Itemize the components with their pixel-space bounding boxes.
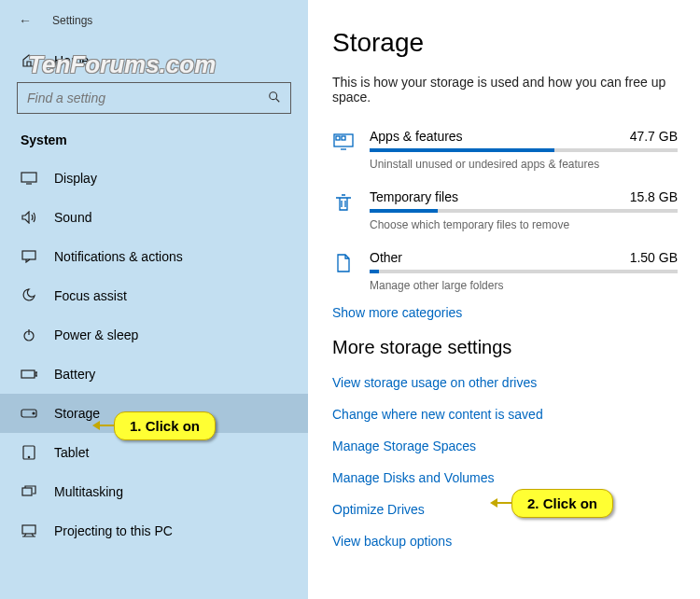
svg-rect-2: [21, 173, 36, 182]
storage-bar: [370, 209, 678, 213]
multitasking-icon: [21, 483, 37, 500]
sidebar-item-label: Projecting to this PC: [54, 523, 173, 538]
sidebar-home[interactable]: Home: [0, 43, 308, 78]
storage-size: 15.8 GB: [630, 189, 678, 204]
projecting-icon: [21, 522, 37, 539]
titlebar: ← Settings: [0, 9, 308, 43]
show-more-categories-link[interactable]: Show more categories: [332, 305, 678, 320]
link-view-storage-other-drives[interactable]: View storage usage on other drives: [332, 375, 678, 390]
page-title: Storage: [332, 28, 678, 58]
sidebar-item-label: Focus assist: [54, 288, 127, 303]
back-button[interactable]: ←: [19, 13, 32, 28]
main-pane: Storage This is how your storage is used…: [308, 0, 700, 599]
sidebar-item-multitasking[interactable]: Multitasking: [0, 472, 308, 511]
svg-rect-4: [22, 251, 35, 259]
link-view-backup-options[interactable]: View backup options: [332, 534, 678, 549]
svg-point-10: [33, 412, 35, 414]
svg-line-1: [276, 98, 280, 102]
sidebar-item-focus-assist[interactable]: Focus assist: [0, 276, 308, 315]
storage-desc: Manage other large folders: [370, 279, 678, 292]
sidebar-item-label: Storage: [54, 406, 100, 421]
svg-rect-16: [336, 136, 340, 140]
sidebar-item-label: Multitasking: [54, 484, 123, 499]
sidebar-item-power-sleep[interactable]: Power & sleep: [0, 315, 308, 355]
sidebar-item-label: Sound: [54, 210, 91, 225]
link-manage-storage-spaces[interactable]: Manage Storage Spaces: [332, 439, 678, 453]
callout-arrow-2: [493, 502, 511, 504]
storage-desc: Uninstall unused or undesired apps & fea…: [370, 158, 678, 171]
page-subtitle: This is how your storage is used and how…: [332, 75, 678, 104]
search-wrap: [0, 78, 308, 127]
svg-rect-17: [342, 136, 345, 140]
home-label: Home: [54, 53, 89, 68]
tablet-icon: [21, 444, 37, 461]
svg-rect-13: [22, 488, 32, 495]
sidebar-item-projecting[interactable]: Projecting to this PC: [0, 511, 308, 550]
sidebar-item-label: Power & sleep: [54, 327, 138, 342]
sidebar-item-label: Tablet: [54, 445, 89, 460]
storage-desc: Choose which temporary files to remove: [370, 218, 678, 231]
link-manage-disks-volumes[interactable]: Manage Disks and Volumes: [332, 470, 678, 485]
storage-icon: [21, 405, 37, 422]
sound-icon: [21, 209, 37, 226]
power-icon: [21, 327, 37, 343]
svg-rect-7: [21, 370, 35, 378]
link-optimize-drives[interactable]: Optimize Drives: [332, 502, 678, 517]
sidebar-item-label: Display: [54, 171, 97, 186]
sidebar-item-battery[interactable]: Battery: [0, 355, 308, 394]
storage-size: 1.50 GB: [630, 250, 678, 265]
callout-arrow-1: [95, 425, 114, 426]
storage-name: Other: [370, 250, 402, 265]
window-title: Settings: [52, 14, 92, 27]
storage-row-other[interactable]: Other1.50 GB Manage other large folders: [332, 244, 678, 305]
link-change-new-content[interactable]: Change where new content is saved: [332, 407, 678, 422]
other-icon: [332, 252, 355, 274]
temporary-files-icon: [332, 191, 355, 214]
svg-rect-8: [35, 372, 37, 376]
storage-name: Apps & features: [370, 129, 463, 144]
storage-row-temp[interactable]: Temporary files15.8 GB Choose which temp…: [332, 184, 678, 244]
storage-bar: [370, 148, 678, 152]
svg-rect-14: [22, 525, 35, 534]
home-icon: [21, 52, 37, 69]
sidebar-category: System: [0, 127, 308, 159]
apps-features-icon: [332, 131, 355, 153]
sidebar-item-notifications[interactable]: Notifications & actions: [0, 237, 308, 276]
search-icon: [268, 91, 281, 106]
sidebar-item-label: Notifications & actions: [54, 249, 183, 264]
more-storage-settings-title: More storage settings: [332, 337, 678, 358]
callout-2: 2. Click on: [511, 489, 613, 518]
sidebar: ← Settings Home System Display Sound: [0, 0, 308, 599]
storage-row-apps[interactable]: Apps & features47.7 GB Uninstall unused …: [332, 123, 678, 184]
svg-point-0: [270, 91, 277, 99]
callout-1: 1. Click on: [114, 411, 216, 440]
focus-assist-icon: [21, 287, 37, 304]
battery-icon: [21, 366, 37, 383]
display-icon: [21, 170, 37, 187]
search-box[interactable]: [17, 82, 291, 114]
svg-point-12: [28, 456, 29, 457]
storage-bar: [370, 270, 678, 273]
notifications-icon: [21, 248, 37, 265]
sidebar-item-sound[interactable]: Sound: [0, 198, 308, 237]
sidebar-item-label: Battery: [54, 367, 95, 382]
search-input[interactable]: [27, 91, 268, 105]
storage-name: Temporary files: [370, 189, 458, 204]
sidebar-item-display[interactable]: Display: [0, 159, 308, 198]
storage-size: 47.7 GB: [630, 129, 678, 144]
